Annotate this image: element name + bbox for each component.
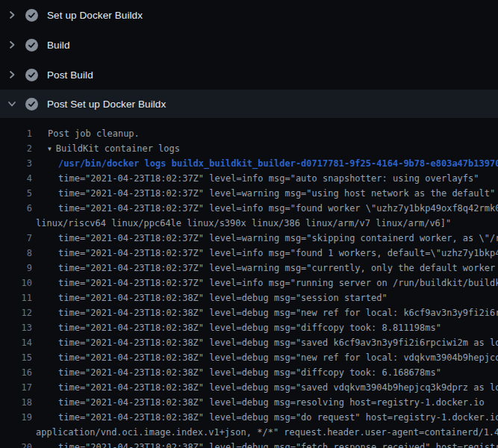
check-circle-icon	[25, 39, 38, 52]
log-line: 4time="2021-04-23T18:02:37Z" level=info …	[0, 171, 498, 186]
step-title: Build	[47, 40, 70, 51]
log-line-wrap: linux/riscv64 linux/ppc64le linux/s390x …	[0, 216, 498, 231]
log-line: 16time="2021-04-23T18:02:38Z" level=debu…	[0, 365, 498, 380]
chevron-right-icon	[7, 10, 16, 19]
log-line-text: time="2021-04-23T18:02:38Z" level=debug …	[36, 320, 498, 335]
group-title: BuildKit container logs	[56, 143, 180, 154]
step-title: Post Set up Docker Buildx	[47, 99, 166, 110]
log-line-number[interactable]: 5	[0, 186, 32, 201]
log-line-text: time="2021-04-23T18:02:38Z" level=debug …	[36, 395, 498, 410]
log-line: 15time="2021-04-23T18:02:38Z" level=debu…	[0, 350, 498, 365]
group-collapse-icon[interactable]: ▼	[48, 142, 52, 157]
log-line: 20time="2021-04-23T18:02:38Z" level=debu…	[0, 440, 498, 448]
step-title: Post Build	[47, 69, 93, 81]
step-row-build[interactable]: Build	[0, 30, 498, 60]
log-line-number[interactable]: 10	[0, 276, 32, 290]
chevron-right-icon	[7, 70, 16, 79]
chevron-right-icon	[7, 40, 16, 49]
log-line-number[interactable]: 7	[0, 231, 32, 246]
log-line-number-empty	[0, 425, 32, 440]
log-line: 1Post job cleanup.	[0, 126, 498, 141]
log-line-text: time="2021-04-23T18:02:38Z" level=debug …	[36, 335, 498, 350]
log-line-number[interactable]: 20	[0, 440, 32, 448]
log-line[interactable]: 2▼BuildKit container logs	[0, 141, 498, 156]
log-line: 13time="2021-04-23T18:02:38Z" level=debu…	[0, 320, 498, 335]
log-line: 11time="2021-04-23T18:02:38Z" level=debu…	[0, 290, 498, 305]
log-line: 18time="2021-04-23T18:02:38Z" level=debu…	[0, 395, 498, 410]
log-line-text: time="2021-04-23T18:02:38Z" level=debug …	[36, 305, 498, 320]
log-line-text: time="2021-04-23T18:02:38Z" level=debug …	[36, 440, 498, 448]
log-line: 3/usr/bin/docker logs buildx_buildkit_bu…	[0, 156, 498, 171]
log-line-number[interactable]: 15	[0, 350, 32, 365]
log-command-text: /usr/bin/docker logs buildx_buildkit_bui…	[36, 156, 498, 171]
log-line-text: time="2021-04-23T18:02:38Z" level=debug …	[36, 410, 498, 425]
step-row-post-setup-docker-buildx[interactable]: Post Set up Docker Buildx	[0, 90, 498, 118]
step-row-setup-docker-buildx[interactable]: Set up Docker Buildx	[0, 0, 498, 30]
log-line-text: time="2021-04-23T18:02:38Z" level=debug …	[36, 380, 498, 395]
log-line-text: time="2021-04-23T18:02:37Z" level=warnin…	[36, 186, 498, 201]
log-line-number[interactable]: 14	[0, 335, 32, 350]
log-line-text: time="2021-04-23T18:02:37Z" level=info m…	[36, 171, 498, 186]
log-line-text: time="2021-04-23T18:02:38Z" level=debug …	[36, 290, 498, 305]
log-line: 17time="2021-04-23T18:02:38Z" level=debu…	[0, 380, 498, 395]
log-line-number[interactable]: 18	[0, 395, 32, 410]
log-line: 8time="2021-04-23T18:02:37Z" level=info …	[0, 246, 498, 261]
log-line: 6time="2021-04-23T18:02:37Z" level=info …	[0, 201, 498, 216]
log-line-text: time="2021-04-23T18:02:38Z" level=debug …	[36, 365, 498, 380]
log-line-number[interactable]: 9	[0, 261, 32, 276]
log-line-number[interactable]: 2	[0, 141, 32, 156]
log-line-text: linux/riscv64 linux/ppc64le linux/s390x …	[36, 216, 498, 231]
log-line-number[interactable]: 6	[0, 201, 32, 216]
log-line-number[interactable]: 12	[0, 305, 32, 320]
log-lines: 1Post job cleanup.2▼BuildKit container l…	[0, 118, 498, 448]
log-line-text: Post job cleanup.	[36, 126, 498, 141]
check-circle-icon	[25, 69, 38, 81]
job-steps-list: Set up Docker Buildx Build Post Build Po…	[0, 0, 498, 118]
log-line-number[interactable]: 17	[0, 380, 32, 395]
log-line-text: time="2021-04-23T18:02:37Z" level=info m…	[36, 201, 498, 216]
step-row-post-build[interactable]: Post Build	[0, 60, 498, 90]
log-line: 14time="2021-04-23T18:02:38Z" level=debu…	[0, 335, 498, 350]
log-line-number[interactable]: 11	[0, 290, 32, 305]
log-line: 9time="2021-04-23T18:02:37Z" level=warni…	[0, 261, 498, 276]
log-line-text: application/vnd.oci.image.index.v1+json,…	[36, 425, 498, 440]
log-line-number[interactable]: 16	[0, 365, 32, 380]
log-line-number[interactable]: 8	[0, 246, 32, 261]
log-line-number[interactable]: 3	[0, 156, 32, 171]
log-line-wrap: application/vnd.oci.image.index.v1+json,…	[0, 425, 498, 440]
log-line-number[interactable]: 4	[0, 171, 32, 186]
check-circle-icon	[25, 98, 38, 111]
log-line-text: time="2021-04-23T18:02:38Z" level=debug …	[36, 350, 498, 365]
log-line-text: time="2021-04-23T18:02:37Z" level=info m…	[36, 246, 498, 261]
log-line: 10time="2021-04-23T18:02:37Z" level=info…	[0, 276, 498, 290]
log-line-text: time="2021-04-23T18:02:37Z" level=warnin…	[36, 261, 498, 276]
log-line: 19time="2021-04-23T18:02:38Z" level=debu…	[0, 410, 498, 425]
check-circle-icon	[25, 9, 38, 22]
log-line-text: ▼BuildKit container logs	[36, 141, 498, 156]
log-line-text: time="2021-04-23T18:02:37Z" level=info m…	[36, 276, 498, 290]
log-line-number-empty	[0, 216, 32, 231]
log-line-number[interactable]: 1	[0, 126, 32, 141]
log-line: 5time="2021-04-23T18:02:37Z" level=warni…	[0, 186, 498, 201]
step-title: Set up Docker Buildx	[47, 10, 143, 21]
chevron-down-icon	[7, 99, 16, 108]
log-line-number[interactable]: 13	[0, 320, 32, 335]
log-line-text: time="2021-04-23T18:02:37Z" level=warnin…	[36, 231, 498, 246]
log-line: 12time="2021-04-23T18:02:38Z" level=debu…	[0, 305, 498, 320]
log-line-number[interactable]: 19	[0, 410, 32, 425]
log-line: 7time="2021-04-23T18:02:37Z" level=warni…	[0, 231, 498, 246]
